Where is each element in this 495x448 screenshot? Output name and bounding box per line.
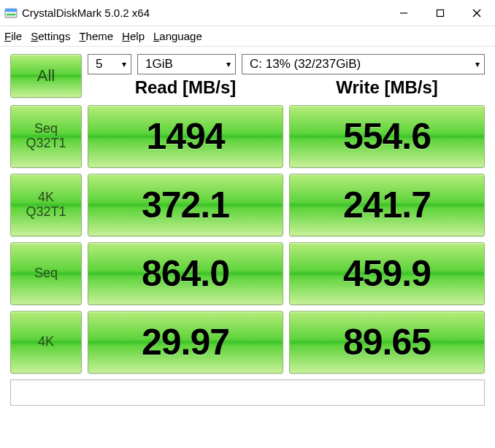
result-row-seq-q32t1: Seq Q32T1 1494 554.6 <box>10 105 485 168</box>
svg-rect-2 <box>7 14 15 15</box>
test-label-line1: Seq <box>34 266 58 281</box>
minimize-button[interactable] <box>385 0 422 26</box>
close-button[interactable] <box>458 0 495 26</box>
all-button-label: All <box>37 66 55 85</box>
menu-file[interactable]: File <box>4 30 22 42</box>
drive-select[interactable]: C: 13% (32/237GiB) ▾ <box>242 54 485 74</box>
app-icon <box>4 7 18 20</box>
window-controls <box>385 0 495 26</box>
result-row-seq: Seq 864.0 459.9 <box>10 242 485 305</box>
read-value-seq-q32t1: 1494 <box>88 105 283 168</box>
test-label-line1: Seq <box>34 122 58 136</box>
menu-theme[interactable]: Theme <box>79 30 113 42</box>
read-value-seq: 864.0 <box>88 242 283 305</box>
read-value-4k: 29.97 <box>88 311 283 374</box>
test-label-line2: Q32T1 <box>26 136 66 151</box>
size-select[interactable]: 1GiB ▾ <box>137 54 236 74</box>
read-value-4k-q32t1: 372.1 <box>88 174 283 236</box>
result-row-4k-q32t1: 4K Q32T1 372.1 241.7 <box>10 174 485 236</box>
test-button-4k-q32t1[interactable]: 4K Q32T1 <box>10 174 82 236</box>
menu-language[interactable]: Language <box>153 30 202 42</box>
read-header: Read [MB/s] <box>88 77 283 98</box>
all-button[interactable]: All <box>10 54 82 98</box>
write-value-4k-q32t1: 241.7 <box>289 174 485 236</box>
write-header: Write [MB/s] <box>289 77 485 98</box>
drive-value: C: 13% (32/237GiB) <box>250 57 361 72</box>
menu-help[interactable]: Help <box>122 30 145 42</box>
svg-rect-1 <box>5 9 17 12</box>
maximize-button[interactable] <box>422 0 458 26</box>
write-value-seq-q32t1: 554.6 <box>289 105 485 168</box>
controls-row: All 5 ▾ 1GiB ▾ C: 13% (32/237GiB) ▾ Read <box>10 54 485 98</box>
runs-select[interactable]: 5 ▾ <box>88 54 131 74</box>
chevron-down-icon: ▾ <box>122 59 126 69</box>
size-value: 1GiB <box>145 57 173 72</box>
chevron-down-icon: ▾ <box>226 59 231 69</box>
titlebar: CrystalDiskMark 5.0.2 x64 <box>0 0 495 26</box>
chevron-down-icon: ▾ <box>475 59 480 69</box>
menu-file-rest: ile <box>11 30 22 42</box>
menubar: File Settings Theme Help Language <box>0 26 495 47</box>
test-button-4k[interactable]: 4K <box>10 311 82 374</box>
status-bar <box>10 379 485 406</box>
test-button-seq[interactable]: Seq <box>10 242 82 305</box>
test-label-line1: 4K <box>38 335 54 349</box>
result-row-4k: 4K 29.97 89.65 <box>10 311 485 374</box>
runs-value: 5 <box>96 57 102 72</box>
content-area: All 5 ▾ 1GiB ▾ C: 13% (32/237GiB) ▾ Read <box>0 47 495 412</box>
test-button-seq-q32t1[interactable]: Seq Q32T1 <box>10 105 82 168</box>
svg-rect-4 <box>437 10 444 17</box>
test-label-line2: Q32T1 <box>26 205 66 220</box>
write-value-4k: 89.65 <box>289 311 485 374</box>
write-value-seq: 459.9 <box>289 242 485 305</box>
menu-settings[interactable]: Settings <box>31 30 70 42</box>
window-title: CrystalDiskMark 5.0.2 x64 <box>22 7 150 19</box>
test-label-line1: 4K <box>38 190 54 205</box>
